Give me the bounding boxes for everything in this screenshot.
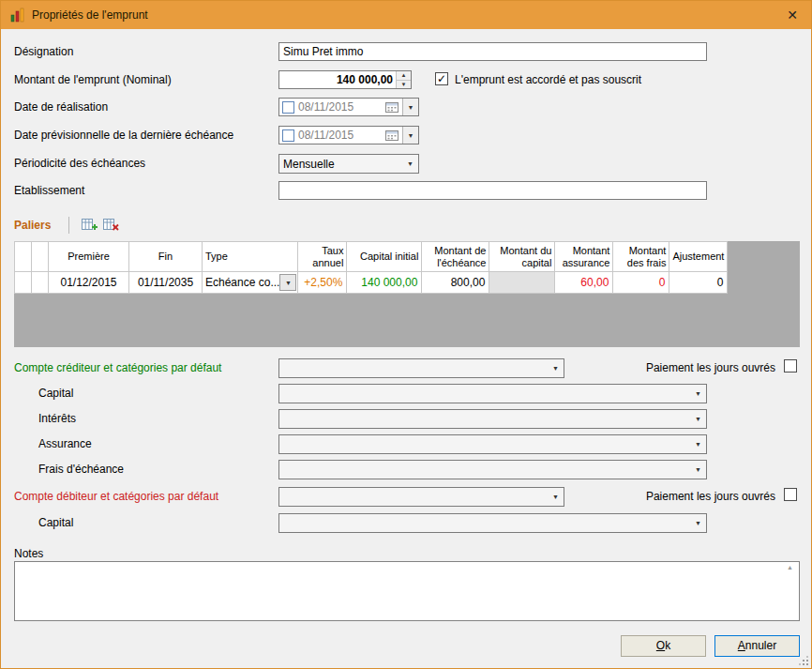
window-title: Propriétés de l'emprunt: [32, 8, 148, 22]
crediteur-paiement-checkbox[interactable]: [784, 359, 797, 373]
header-taux[interactable]: Taux annuel: [298, 242, 347, 272]
chevron-down-icon[interactable]: ▼: [402, 127, 418, 144]
separator: [68, 217, 69, 234]
amount-spinner: ▲ ▼: [396, 71, 411, 88]
header-montant-echeance[interactable]: Montant de l'échéance: [422, 242, 489, 272]
app-chart-icon: [10, 8, 25, 23]
montant-assurance-cell[interactable]: 60,00: [555, 272, 613, 294]
periodicity-label: Périodicité des échéances: [14, 157, 145, 170]
close-icon[interactable]: ✕: [783, 8, 802, 23]
header-montant-capital[interactable]: Montant du capital: [489, 242, 555, 272]
notes-textarea[interactable]: [14, 561, 800, 621]
crediteur-frais-label: Frais d'échéance: [38, 463, 124, 476]
date-last-field: 08/11/2015 ▼: [278, 126, 419, 144]
paliers-title: Paliers: [14, 219, 51, 232]
chevron-down-icon: ▼: [690, 416, 706, 422]
capital-initial-cell[interactable]: 140 000,00: [347, 272, 422, 294]
header-montant-frais[interactable]: Montant des frais: [613, 242, 669, 272]
crediteur-interets-select[interactable]: ▼: [278, 409, 707, 429]
header-ajustement[interactable]: Ajustement: [669, 242, 728, 272]
row-indicator-cell: [15, 272, 32, 294]
crediteur-label: Compte créditeur et catégories par défau…: [14, 361, 221, 374]
calendar-icon: [385, 101, 398, 113]
crediteur-interets-label: Intérêts: [38, 412, 76, 425]
debiteur-capital-select[interactable]: ▼: [278, 513, 707, 533]
type-cell: Echéance co... ▼: [203, 272, 298, 294]
chevron-down-icon[interactable]: ▼: [402, 99, 418, 115]
etablissement-label: Etablissement: [14, 184, 84, 197]
granted-checkbox[interactable]: ✓: [435, 72, 448, 85]
chevron-down-icon[interactable]: ▼: [279, 274, 296, 291]
spinner-up-icon[interactable]: ▲: [397, 71, 411, 81]
table-header-row: Première Fin Type Taux annuel Capital in…: [15, 242, 728, 272]
chevron-down-icon: ▼: [402, 160, 418, 167]
paliers-table: Première Fin Type Taux annuel Capital in…: [14, 241, 728, 294]
palier-row: 1 01/12/2015 01/11/2035 Echéance co... ▼…: [15, 272, 728, 294]
crediteur-assurance-select[interactable]: ▼: [278, 434, 707, 454]
date-last-value[interactable]: 08/11/2015: [298, 129, 382, 142]
taux-cell[interactable]: +2,50%: [298, 272, 347, 294]
titlebar: Propriétés de l'emprunt ✕: [1, 1, 811, 29]
premiere-cell[interactable]: 01/12/2015: [49, 272, 129, 294]
paliers-table-zone: Première Fin Type Taux annuel Capital in…: [14, 241, 800, 347]
crediteur-account-select[interactable]: ▼: [278, 358, 564, 378]
fin-cell[interactable]: 01/11/2035: [129, 272, 203, 294]
chevron-down-icon: ▼: [548, 494, 564, 500]
header-indicator: [15, 242, 32, 272]
crediteur-capital-label: Capital: [38, 387, 73, 400]
crediteur-frais-select[interactable]: ▼: [278, 460, 707, 479]
type-select[interactable]: Echéance co... ▼: [203, 272, 297, 293]
amount-label: Montant de l'emprunt (Nominal): [14, 73, 172, 86]
header-premiere[interactable]: Première: [49, 242, 129, 272]
debiteur-paiement-checkbox[interactable]: [784, 488, 797, 501]
type-value: Echéance co...: [205, 276, 279, 289]
header-montant-assurance[interactable]: Montant assurance: [555, 242, 613, 272]
date-realisation-field: 08/11/2015 ▼: [278, 98, 419, 116]
debiteur-capital-label: Capital: [38, 516, 73, 529]
row-number-cell[interactable]: 1: [32, 272, 49, 294]
spinner-down-icon[interactable]: ▼: [397, 81, 411, 89]
montant-capital-cell: [489, 272, 555, 294]
debiteur-label: Compte débiteur et catégories par défaut: [14, 490, 218, 503]
header-rownum: [32, 242, 49, 272]
cancel-button[interactable]: Annuler: [714, 635, 800, 657]
montant-frais-cell[interactable]: 0: [613, 272, 669, 294]
designation-input[interactable]: [278, 42, 707, 61]
header-fin[interactable]: Fin: [129, 242, 203, 272]
etablissement-input[interactable]: [278, 181, 707, 200]
ok-button[interactable]: Ok: [621, 635, 706, 657]
crediteur-capital-select[interactable]: ▼: [278, 384, 707, 403]
designation-label: Désignation: [14, 45, 73, 58]
granted-label: L'emprunt est accordé et pas souscrit: [455, 73, 641, 86]
chevron-down-icon: ▼: [690, 390, 706, 397]
header-type[interactable]: Type: [203, 242, 298, 272]
crediteur-paiement-label: Paiement les jours ouvrés: [646, 361, 775, 374]
amount-field: ▲ ▼: [278, 70, 412, 89]
calendar-icon: [385, 129, 398, 141]
montant-echeance-cell[interactable]: 800,00: [422, 272, 489, 294]
resize-grip[interactable]: [798, 655, 808, 665]
periodicity-select[interactable]: Mensuelle ▼: [278, 154, 419, 174]
debiteur-account-select[interactable]: ▼: [278, 487, 564, 507]
chevron-down-icon: ▼: [690, 466, 706, 473]
crediteur-assurance-label: Assurance: [38, 437, 92, 450]
periodicity-value: Mensuelle: [283, 158, 402, 171]
chevron-down-icon: ▼: [690, 441, 706, 448]
add-palier-icon[interactable]: [80, 216, 98, 233]
header-capital-initial[interactable]: Capital initial: [347, 242, 422, 272]
scrollbar-up-icon[interactable]: ▲: [787, 564, 793, 570]
date-realisation-value[interactable]: 08/11/2015: [298, 100, 382, 114]
date-enable-checkbox[interactable]: [282, 101, 294, 114]
ajustement-cell[interactable]: 0: [669, 272, 728, 294]
edit-palier-icon[interactable]: [101, 216, 120, 233]
date-enable-checkbox[interactable]: [282, 129, 294, 142]
debiteur-paiement-label: Paiement les jours ouvrés: [646, 490, 775, 503]
date-last-label: Date prévisionnelle de la dernière échéa…: [14, 129, 233, 142]
loan-properties-dialog: Propriétés de l'emprunt ✕ Désignation Mo…: [0, 0, 812, 669]
chevron-down-icon: ▼: [548, 365, 564, 372]
chevron-down-icon: ▼: [690, 520, 706, 526]
notes-label: Notes: [14, 547, 43, 560]
date-realisation-label: Date de réalisation: [14, 100, 108, 114]
amount-input[interactable]: [279, 71, 396, 88]
